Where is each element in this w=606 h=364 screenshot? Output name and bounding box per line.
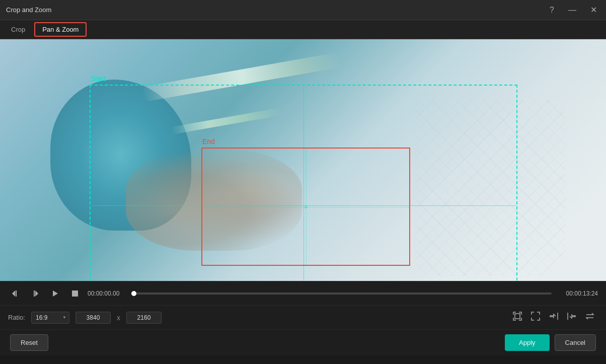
tab-bar: Crop Pan & Zoom bbox=[0, 20, 606, 39]
ratio-wrapper: 16:9 4:3 1:1 9:16 Custom bbox=[31, 312, 69, 324]
close-button[interactable]: ✕ bbox=[587, 4, 600, 16]
bubbles-decoration bbox=[126, 150, 302, 251]
title-bar-controls: ? — ✕ bbox=[547, 4, 600, 16]
footer-right: Apply Cancel bbox=[505, 334, 596, 351]
footer-bar: Reset Apply Cancel bbox=[0, 329, 606, 355]
swap-button[interactable] bbox=[582, 309, 598, 326]
window-title: Crop and Zoom bbox=[6, 6, 51, 14]
mesh-pattern-decoration bbox=[415, 100, 566, 276]
fullscreen-button[interactable] bbox=[527, 309, 544, 326]
progress-knob[interactable] bbox=[131, 291, 136, 296]
cancel-button[interactable]: Cancel bbox=[555, 334, 596, 351]
ratio-select[interactable]: 16:9 4:3 1:1 9:16 Custom bbox=[31, 312, 69, 324]
total-time: 00:00:13:24 bbox=[558, 290, 598, 297]
current-time: 00:00:00.00 bbox=[88, 290, 128, 297]
prev-frame-button[interactable] bbox=[8, 287, 22, 300]
title-bar-left: Crop and Zoom bbox=[6, 6, 51, 14]
apply-button[interactable]: Apply bbox=[505, 334, 550, 351]
progress-bar[interactable] bbox=[134, 293, 552, 295]
align-left-button[interactable] bbox=[564, 309, 580, 326]
svg-marker-0 bbox=[12, 290, 15, 297]
svg-rect-3 bbox=[34, 290, 35, 297]
svg-rect-5 bbox=[72, 290, 78, 297]
controls-bar: 00:00:00.00 00:00:13:24 bbox=[0, 281, 606, 305]
stop-button[interactable] bbox=[68, 288, 82, 299]
svg-marker-4 bbox=[53, 290, 58, 297]
minimize-button[interactable]: — bbox=[565, 5, 579, 16]
settings-bar: Ratio: 16:9 4:3 1:1 9:16 Custom x bbox=[0, 305, 606, 329]
icon-button-group bbox=[509, 309, 598, 326]
align-right-button[interactable] bbox=[546, 309, 562, 326]
fit-to-frame-button[interactable] bbox=[509, 309, 525, 326]
svg-rect-1 bbox=[16, 290, 17, 297]
title-bar: Crop and Zoom ? — ✕ bbox=[0, 0, 606, 20]
dimension-separator: x bbox=[117, 314, 120, 322]
video-area: Start End + bbox=[0, 39, 606, 281]
width-input[interactable] bbox=[75, 312, 111, 324]
svg-marker-2 bbox=[35, 290, 38, 297]
ratio-label: Ratio: bbox=[8, 314, 25, 321]
height-input[interactable] bbox=[126, 312, 162, 324]
play-button[interactable] bbox=[48, 287, 62, 300]
help-button[interactable]: ? bbox=[547, 5, 557, 16]
next-frame-button[interactable] bbox=[28, 287, 42, 300]
tab-crop[interactable]: Crop bbox=[4, 23, 32, 36]
svg-rect-6 bbox=[515, 314, 520, 319]
tab-pan-zoom[interactable]: Pan & Zoom bbox=[34, 22, 87, 37]
reset-button[interactable]: Reset bbox=[10, 334, 48, 351]
